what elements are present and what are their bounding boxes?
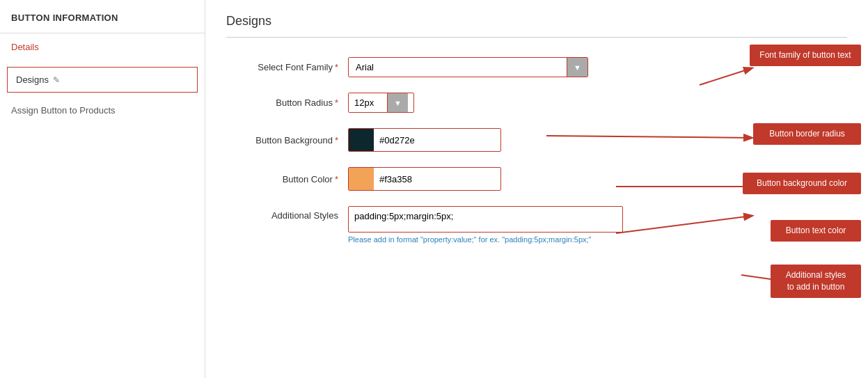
additional-styles-label: Additional Styles	[226, 206, 348, 221]
button-radius-wrapper: ▼	[348, 93, 414, 113]
edit-icon: ✎	[53, 75, 60, 85]
button-radius-arrow[interactable]: ▼	[387, 93, 408, 112]
additional-styles-textarea[interactable]	[348, 206, 623, 233]
design-form: Select Font Family* ArialVerdanaTimes Ne…	[226, 57, 713, 244]
sidebar-item-assign-label: Assign Button to Products	[11, 105, 116, 116]
button-color-row: Button Color*	[226, 167, 713, 191]
callout-button-radius: Button border radius	[753, 123, 861, 145]
sidebar: BUTTON INFORMATION Details Designs ✎ Ass…	[0, 0, 205, 378]
button-color-label: Button Color*	[226, 174, 348, 184]
font-family-row: Select Font Family* ArialVerdanaTimes Ne…	[226, 57, 713, 77]
button-background-row: Button Background*	[226, 128, 713, 152]
button-background-color-wrapper	[348, 128, 501, 152]
font-family-select[interactable]: ArialVerdanaTimes New RomanGeorgiaCourie…	[349, 58, 567, 77]
sidebar-title: BUTTON INFORMATION	[0, 0, 205, 33]
button-background-swatch[interactable]	[349, 129, 374, 151]
sidebar-item-details[interactable]: Details	[0, 33, 205, 61]
required-star-bg: *	[335, 135, 338, 145]
font-family-label: Select Font Family*	[226, 62, 348, 72]
callout-additional-styles: Additional styles to add in button	[771, 265, 861, 298]
sidebar-item-designs[interactable]: Designs ✎	[7, 67, 198, 93]
button-color-wrapper	[348, 167, 501, 191]
button-radius-row: Button Radius* ▼	[226, 93, 713, 113]
additional-styles-row: Additional Styles Please add in format "…	[226, 206, 713, 244]
required-star-font: *	[335, 62, 338, 72]
button-radius-input[interactable]	[349, 93, 387, 112]
sidebar-item-assign[interactable]: Assign Button to Products	[0, 98, 205, 123]
page-title: Designs	[226, 14, 847, 29]
button-background-label: Button Background*	[226, 135, 348, 145]
sidebar-item-designs-label: Designs	[16, 74, 49, 85]
callout-font-family: Font family of button text	[750, 45, 861, 66]
required-star-radius: *	[335, 97, 338, 108]
callout-button-background: Button background color	[743, 173, 861, 194]
additional-styles-helper: Please add in format "property:value;" f…	[348, 235, 623, 244]
main-content: Designs Select Font Family* ArialVerdana…	[205, 0, 868, 378]
font-family-select-wrapper: ArialVerdanaTimes New RomanGeorgiaCourie…	[348, 57, 588, 77]
font-family-dropdown-arrow[interactable]: ▼	[567, 58, 587, 77]
section-divider	[226, 37, 847, 38]
button-color-input[interactable]	[374, 170, 501, 189]
sidebar-item-details-label: Details	[11, 42, 39, 52]
button-background-input[interactable]	[374, 131, 501, 150]
callout-button-color: Button text color	[771, 220, 861, 242]
button-radius-label: Button Radius*	[226, 97, 348, 108]
required-star-color: *	[335, 174, 338, 184]
button-color-swatch[interactable]	[349, 168, 374, 190]
additional-styles-wrapper: Please add in format "property:value;" f…	[348, 206, 623, 244]
